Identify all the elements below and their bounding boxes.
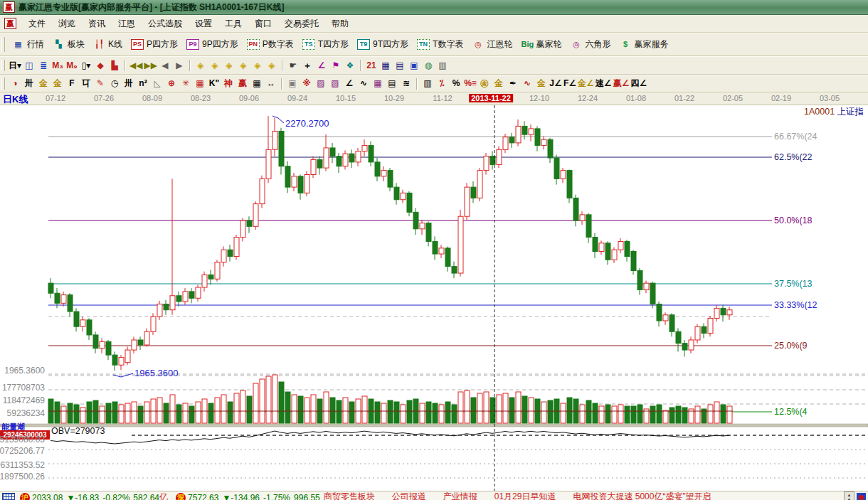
toolbar-main-button-7[interactable]: T99T四方形 — [353, 37, 413, 52]
menu-item-7[interactable]: 窗口 — [248, 16, 278, 32]
gann-tool-39[interactable]: J∠ — [549, 78, 562, 90]
view-tool-2[interactable]: ≣ — [37, 60, 50, 72]
view-tool-4[interactable]: M₉ — [65, 60, 78, 72]
toolbar-main-button-11[interactable]: ◎六角形 — [566, 37, 615, 52]
gann-tool-44[interactable]: 四∠ — [630, 78, 647, 90]
quote-table-icon[interactable] — [2, 493, 15, 500]
ticker-spinner[interactable]: ▲▼ — [844, 491, 854, 500]
menu-item-1[interactable]: 浏览 — [52, 16, 82, 32]
toolbar-main-button-1[interactable]: ▚板块 — [48, 37, 89, 52]
gann-tool-25[interactable]: ∿ — [357, 78, 370, 90]
view-tool-14[interactable]: ◈ — [194, 60, 207, 72]
gann-tool-31[interactable]: ⁒ — [435, 78, 448, 90]
gann-tool-23[interactable]: ▧ — [329, 78, 342, 90]
toolbar-main-button-8[interactable]: TNT数字表 — [413, 37, 467, 52]
view-tool-19[interactable]: ◈ — [265, 60, 278, 72]
gann-tool-42[interactable]: 速∠ — [596, 78, 612, 90]
gann-tool-4[interactable]: F — [65, 78, 78, 90]
menu-item-0[interactable]: 文件 — [22, 16, 52, 32]
gann-tool-5[interactable]: 㔿 — [80, 78, 92, 90]
chart-area[interactable]: 66.67%(2462.5%(2250.0%(1837.5%(1333.33%(… — [0, 105, 868, 491]
view-tool-28[interactable]: ▦ — [379, 60, 392, 72]
gann-tool-22[interactable]: ▨ — [314, 78, 327, 90]
view-tool-32[interactable]: ▥ — [436, 60, 449, 72]
gann-tool-26[interactable]: ▦ — [371, 78, 384, 90]
toolbar-main-button-6[interactable]: TST四方形 — [298, 37, 353, 52]
view-tool-17[interactable]: ◈ — [237, 60, 250, 72]
gann-tool-15[interactable]: 神 — [222, 78, 235, 90]
menu-item-4[interactable]: 公式选股 — [142, 16, 189, 32]
gann-tool-41[interactable]: 金∠ — [578, 78, 594, 90]
gann-tool-0[interactable]: ◑ — [9, 78, 21, 90]
gann-tool-1[interactable]: 卅 — [23, 78, 36, 90]
view-tool-18[interactable]: ◈ — [251, 60, 264, 72]
view-tool-31[interactable]: ◍ — [422, 60, 435, 72]
toolbar-main-button-4[interactable]: P99P四方形 — [182, 37, 243, 52]
toolbar-main-button-5[interactable]: PNP数字表 — [243, 37, 298, 52]
news-ticker[interactable]: 商贸零售板块 公司报道 产业情报 01月29日早知道 电网投资大提速 5000亿… — [324, 491, 844, 500]
gann-tool-6[interactable]: ✎ — [94, 78, 107, 90]
view-tool-27[interactable]: 21 — [365, 60, 378, 72]
gann-tool-17[interactable]: ▦ — [250, 78, 263, 90]
view-tool-7[interactable]: ▙ — [108, 60, 121, 72]
view-tool-9[interactable]: ◀◀ — [129, 60, 142, 72]
gann-tool-20[interactable]: ▣ — [286, 78, 299, 90]
gann-tool-16[interactable]: 赢 — [236, 78, 249, 90]
view-tool-25[interactable]: ❖ — [344, 60, 356, 72]
view-tool-1[interactable]: ◫ — [23, 60, 36, 72]
gann-tool-37[interactable]: ∿ — [521, 78, 534, 90]
gann-tool-40[interactable]: F∠ — [563, 78, 576, 90]
gann-tool-24[interactable]: ∠ — [343, 78, 356, 90]
gann-tool-35[interactable]: 金 — [492, 78, 505, 90]
view-tool-11[interactable]: ◀ — [159, 60, 171, 72]
toolbar-main-button-0[interactable]: ▦行情 — [8, 37, 48, 52]
gann-tool-13[interactable]: ▦ — [194, 78, 206, 90]
menu-item-9[interactable]: 帮助 — [325, 16, 355, 32]
view-tool-23[interactable]: ∠ — [315, 60, 328, 72]
kline-chart[interactable]: 66.67%(2462.5%(2250.0%(1837.5%(1333.33%(… — [0, 105, 868, 491]
view-tool-16[interactable]: ◈ — [223, 60, 235, 72]
gann-tool-14[interactable]: K" — [208, 78, 221, 90]
gann-tool-38[interactable]: 金 — [535, 78, 548, 90]
gann-tool-12[interactable]: ✳ — [179, 78, 192, 90]
view-tool-22[interactable]: ＋ — [301, 60, 314, 72]
gann-tool-2[interactable]: 金 — [37, 78, 50, 90]
view-tool-15[interactable]: ◈ — [208, 60, 221, 72]
view-tool-30[interactable]: ▣ — [408, 60, 420, 72]
gann-tool-36[interactable]: ✒ — [507, 78, 519, 90]
view-tool-0[interactable]: 日▾ — [9, 60, 21, 72]
menu-item-5[interactable]: 设置 — [189, 16, 218, 32]
gann-tool-11[interactable]: ⊕ — [165, 78, 178, 90]
menu-item-6[interactable]: 工具 — [218, 16, 248, 32]
toolbar-main-button-2[interactable]: ╽╿K线 — [89, 37, 127, 52]
view-tool-3[interactable]: M₃ — [51, 60, 64, 72]
gann-tool-30[interactable]: ▥ — [421, 78, 434, 90]
gann-tool-21[interactable]: ※ — [300, 78, 313, 90]
view-tool-29[interactable]: ▤ — [393, 60, 406, 72]
view-tool-21[interactable]: ☛ — [287, 60, 300, 72]
gann-tool-43[interactable]: 赢∠ — [613, 78, 630, 90]
gann-tool-32[interactable]: % — [450, 78, 462, 90]
gann-tool-27[interactable]: ▤ — [386, 78, 398, 90]
toolbar-main-button-10[interactable]: Big赢家轮 — [517, 37, 566, 52]
gann-tool-18[interactable]: ↔ — [265, 78, 277, 90]
gann-tool-34[interactable]: ㊎ — [478, 78, 491, 90]
gann-tool-7[interactable]: ◷ — [108, 78, 121, 90]
gann-tool-28[interactable]: ≋ — [400, 78, 413, 90]
menu-item-2[interactable]: 资讯 — [82, 16, 112, 32]
view-tool-10[interactable]: ▶▶ — [144, 60, 157, 72]
menu-item-8[interactable]: 交易委托 — [278, 16, 325, 32]
view-tool-24[interactable]: ⚑ — [329, 60, 342, 72]
user-status-icon[interactable] — [857, 493, 866, 500]
view-tool-12[interactable]: ▶ — [173, 60, 186, 72]
gann-tool-10[interactable]: ◺ — [151, 78, 164, 90]
gann-tool-33[interactable]: %≡ — [464, 78, 477, 90]
view-tool-5[interactable]: ▯▾ — [80, 60, 92, 72]
gann-tool-3[interactable]: 金 — [51, 78, 64, 90]
toolbar-main-button-3[interactable]: PSP四方形 — [127, 37, 182, 52]
gann-tool-8[interactable]: 卅 — [122, 78, 135, 90]
toolbar-main-button-12[interactable]: $赢家服务 — [615, 37, 672, 52]
view-tool-6[interactable]: ◆ — [94, 60, 107, 72]
toolbar-main-button-9[interactable]: ◎江恩轮 — [467, 37, 517, 52]
menu-item-3[interactable]: 江恩 — [112, 16, 142, 32]
